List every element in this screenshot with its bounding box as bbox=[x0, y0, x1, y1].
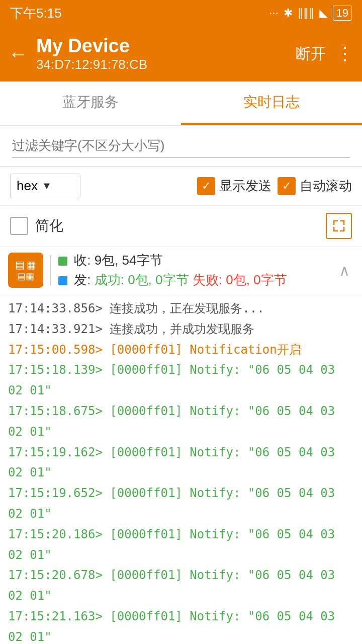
show-send-check-icon: ✓ bbox=[197, 177, 215, 195]
title-block: My Device 34:D7:12:91:78:CB bbox=[36, 35, 296, 72]
log-line: 17:15:18.139> [0000ff01] Notify: "06 05 … bbox=[8, 360, 354, 401]
send-dot bbox=[58, 276, 67, 285]
recv-dot bbox=[58, 257, 67, 266]
log-line: 17:15:19.652> [0000ff01] Notify: "06 05 … bbox=[8, 483, 354, 524]
send-success: 成功: 0包, 0字节 bbox=[95, 272, 189, 287]
log-line: 17:14:33.921> 连接成功，并成功发现服务 bbox=[8, 319, 354, 340]
show-send-checkbox[interactable]: ✓ 显示发送 bbox=[197, 177, 272, 195]
bluetooth-icon: ✱ bbox=[284, 7, 293, 20]
device-title: My Device bbox=[36, 35, 296, 57]
stats-recv: 收: 9包, 54字节 bbox=[58, 252, 335, 269]
stats-icon-top: ▤▦ bbox=[15, 259, 36, 271]
app-bar: ← My Device 34:D7:12:91:78:CB 断开 ⋮ bbox=[0, 26, 362, 82]
signal-dots-icon: ··· bbox=[269, 7, 278, 20]
collapse-button[interactable]: ∧ bbox=[335, 258, 354, 283]
log-area[interactable]: 17:14:33.856> 连接成功，正在发现服务...17:14:33.921… bbox=[0, 294, 362, 644]
controls-row: hex ▼ ✓ 显示发送 ✓ 自动滚动 bbox=[0, 167, 362, 206]
show-send-label: 显示发送 bbox=[219, 177, 272, 195]
log-line: 17:15:19.162> [0000ff01] Notify: "06 05 … bbox=[8, 442, 354, 484]
stats-row: ▤▦ ▤▦ 收: 9包, 54字节 发: 成功: 0包, 0字节 失败: 0包,… bbox=[0, 247, 362, 294]
stats-icon: ▤▦ ▤▦ bbox=[8, 253, 43, 288]
tab-realtime-log[interactable]: 实时日志 bbox=[181, 82, 362, 125]
send-fail: 失败: 0包, 0字节 bbox=[193, 272, 287, 287]
disconnect-button[interactable]: 断开 bbox=[296, 44, 326, 64]
stats-icon-bottom: ▤▦ bbox=[17, 271, 34, 282]
simplify-label: 简化 bbox=[35, 216, 63, 235]
log-line: 17:15:21.163> [0000ff01] Notify: "06 05 … bbox=[8, 606, 354, 644]
app-bar-actions: 断开 ⋮ bbox=[296, 43, 354, 64]
filter-input[interactable] bbox=[12, 134, 350, 158]
battery-icon: 19 bbox=[333, 6, 352, 21]
wifi-icon: ◣ bbox=[319, 7, 328, 20]
format-dropdown[interactable]: hex ▼ bbox=[10, 174, 80, 198]
simplify-checkbox[interactable] bbox=[10, 217, 28, 235]
log-line: 17:15:18.675> [0000ff01] Notify: "06 05 … bbox=[8, 401, 354, 442]
expand-button[interactable] bbox=[326, 213, 352, 239]
log-line: 17:15:00.598> [0000ff01] Notification开启 bbox=[8, 340, 354, 360]
status-bar: 下午5:15 ··· ✱ ‖‖‖ ◣ 19 bbox=[0, 0, 362, 26]
tab-bluetooth-services[interactable]: 蓝牙服务 bbox=[0, 82, 181, 125]
simplify-left: 简化 bbox=[10, 216, 63, 235]
auto-scroll-check-icon: ✓ bbox=[278, 177, 296, 195]
stats-text: 收: 9包, 54字节 发: 成功: 0包, 0字节 失败: 0包, 0字节 bbox=[58, 252, 335, 289]
status-time: 下午5:15 bbox=[10, 5, 62, 22]
format-selected: hex bbox=[17, 178, 38, 194]
more-button[interactable]: ⋮ bbox=[336, 43, 354, 64]
cell-signal-icon: ‖‖‖ bbox=[298, 7, 314, 20]
filter-bar bbox=[0, 126, 362, 167]
stats-send: 发: 成功: 0包, 0字节 失败: 0包, 0字节 bbox=[58, 271, 335, 289]
device-address: 34:D7:12:91:78:CB bbox=[36, 57, 296, 72]
back-button[interactable]: ← bbox=[8, 43, 28, 65]
log-line: 17:15:20.186> [0000ff01] Notify: "06 05 … bbox=[8, 524, 354, 566]
tabs: 蓝牙服务 实时日志 bbox=[0, 82, 362, 126]
auto-scroll-checkbox[interactable]: ✓ 自动滚动 bbox=[278, 177, 352, 195]
log-line: 17:14:33.856> 连接成功，正在发现服务... bbox=[8, 298, 354, 319]
simplify-row: 简化 bbox=[0, 206, 362, 247]
status-icons: ··· ✱ ‖‖‖ ◣ 19 bbox=[269, 6, 352, 21]
checkbox-group: ✓ 显示发送 ✓ 自动滚动 bbox=[90, 177, 352, 195]
dropdown-arrow-icon: ▼ bbox=[42, 180, 52, 192]
stats-divider bbox=[50, 255, 51, 285]
auto-scroll-label: 自动滚动 bbox=[300, 177, 352, 195]
log-line: 17:15:20.678> [0000ff01] Notify: "06 05 … bbox=[8, 565, 354, 606]
